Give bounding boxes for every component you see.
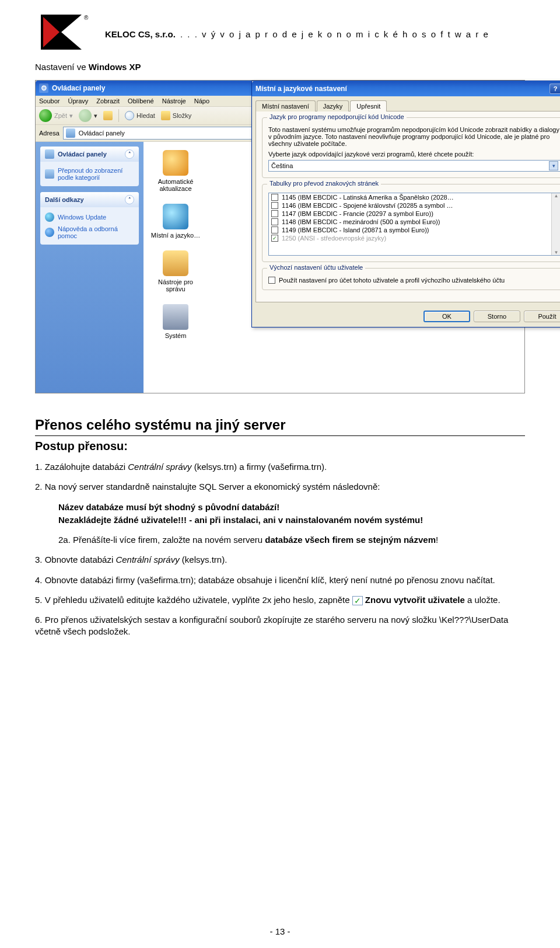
tab-languages[interactable]: Jazyky — [317, 100, 349, 111]
doc-step-4: 4. Obnovte databázi firmy (vašefirma.trn… — [35, 574, 525, 586]
doc-subheading: Postup přenosu: — [35, 440, 525, 453]
checkbox[interactable]: ✓ — [271, 235, 278, 242]
menu-item[interactable]: Zobrazit — [96, 97, 120, 104]
address-value: Ovládací panely — [79, 130, 125, 137]
screenshot: ⚙ Ovládací panely Soubor Úpravy Zobrazit… — [35, 80, 525, 393]
scrollbar[interactable]: ▲▼ — [551, 193, 560, 255]
ok-button[interactable]: OK — [424, 311, 470, 322]
globe-icon — [45, 212, 54, 222]
chevron-down-icon[interactable]: ▾ — [549, 161, 558, 170]
list-item[interactable]: 1145 (IBM EBCDIC - Latinská Amerika a Šp… — [269, 193, 560, 201]
chevron-up-icon[interactable]: ˄ — [125, 149, 134, 159]
menu-item[interactable]: Soubor — [39, 97, 60, 104]
page-header: ® KELOC CS, s.r.o. . . . v ý v o j a p r… — [35, 12, 525, 53]
category-icon — [163, 304, 188, 330]
document-body: Přenos celého systému na jiný server Pos… — [35, 417, 525, 638]
menu-item[interactable]: Oblíbené — [128, 97, 154, 104]
section-subtitle: Nastavení ve Windows XP — [35, 62, 525, 72]
doc-step-1: 1. Zazálohujte databázi Centrální správy… — [35, 461, 525, 473]
page-number: - 13 - — [0, 926, 560, 936]
menu-item[interactable]: Nástroje — [162, 97, 186, 104]
panel-head[interactable]: Ovládací panely ˄ — [40, 147, 139, 162]
forward-icon — [79, 109, 92, 122]
category-item[interactable]: Systém — [149, 304, 202, 339]
category-item[interactable]: Místní a jazyko… — [149, 204, 202, 239]
list-item[interactable]: 1147 (IBM EBCDIC - Francie (20297 a symb… — [269, 210, 560, 218]
tabs: Místní nastavení Jazyky Upřesnit — [252, 96, 560, 111]
checkbox[interactable] — [271, 210, 278, 217]
company-name: KELOC CS, s.r.o. — [105, 29, 176, 39]
folder-up-icon — [103, 111, 113, 120]
company-block: KELOC CS, s.r.o. . . . v ý v o j a p r o… — [105, 12, 525, 39]
category-icon — [163, 250, 188, 276]
group-desc: Toto nastavení systému umožňuje programů… — [268, 126, 560, 147]
company-tagline: . . . v ý v o j a p r o d e j e k o n o … — [180, 29, 489, 39]
search-button[interactable]: Hledat — [125, 111, 155, 120]
panel-head[interactable]: Další odkazy ˄ — [40, 192, 139, 207]
category-icon — [45, 169, 54, 179]
up-button[interactable] — [103, 111, 113, 120]
sidebar-panel-links: Další odkazy ˄ Windows Update Nápověda a… — [40, 192, 139, 245]
doc-heading: Přenos celého systému na jiný server — [35, 417, 525, 433]
apply-button[interactable]: Použít — [524, 311, 560, 322]
doc-indent: Nezakládejte žádné uživatele!!! - ani př… — [58, 514, 525, 526]
regional-settings-dialog: Místní a jazykové nastavení ? ✕ Místní n… — [251, 81, 560, 327]
search-icon — [125, 111, 134, 120]
logo: ® — [35, 12, 93, 53]
cp-icon — [66, 128, 75, 138]
list-item[interactable]: ✓1250 (ANSI - středoevropské jazyky) — [269, 234, 560, 242]
sidebar-link-help[interactable]: Nápověda a odborná pomoc — [45, 224, 134, 241]
cp-title: Ovládací panely — [52, 84, 105, 92]
checkbox[interactable] — [271, 194, 278, 201]
cancel-button[interactable]: Storno — [474, 311, 520, 322]
doc-step-3: 3. Obnovte databázi Centrální správy (ke… — [35, 554, 525, 566]
sidebar-panel-cp: Ovládací panely ˄ Přepnout do zobrazení … — [40, 147, 139, 186]
category-icon — [163, 150, 188, 176]
sidebar-link-wu[interactable]: Windows Update — [45, 211, 134, 224]
doc-step-2: 2. Na nový server standardně nainstalujt… — [35, 481, 525, 493]
rule — [35, 435, 525, 436]
doc-indent: 2a. Přenášíte-li více firem, založte na … — [58, 534, 525, 546]
checkbox[interactable] — [268, 277, 275, 284]
tab-advanced[interactable]: Upřesnit — [350, 100, 387, 111]
tab-body: Jazyk pro programy nepodporující kód Uni… — [256, 111, 560, 302]
dialog-buttons: OK Storno Použít — [252, 306, 560, 327]
dialog-titlebar: Místní a jazykové nastavení ? ✕ — [252, 81, 560, 96]
folders-button[interactable]: Složky — [161, 111, 191, 120]
list-item[interactable]: 1148 (IBM EBCDIC - mezinárodní (500 a sy… — [269, 218, 560, 226]
list-item[interactable]: 1146 (IBM EBCDIC - Spojené království (2… — [269, 201, 560, 210]
chevron-up-icon[interactable]: ˄ — [125, 195, 134, 204]
menu-item[interactable]: Nápo — [194, 97, 209, 104]
forward-button[interactable]: ▾ — [79, 109, 97, 122]
doc-step-5: 5. V přehledu uživatelů editujte každého… — [35, 594, 525, 606]
checkbox[interactable] — [271, 202, 278, 209]
category-item[interactable]: Nástroje pro správu — [149, 250, 202, 292]
cp-icon — [45, 149, 54, 159]
sidebar-link-switch-view[interactable]: Přepnout do zobrazení podle kategorií — [45, 165, 134, 183]
back-button[interactable]: Zpět ▾ — [39, 109, 73, 122]
doc-step-6: 6. Pro přenos uživatelských sestav a kon… — [35, 614, 525, 638]
menu-item[interactable]: Úpravy — [68, 97, 88, 104]
list-item[interactable]: 1149 (IBM EBCDIC - Island (20871 a symbo… — [269, 226, 560, 234]
cp-window-icon: ⚙ — [39, 83, 48, 93]
sidebar: Ovládací panely ˄ Přepnout do zobrazení … — [36, 142, 144, 393]
tab-regional[interactable]: Místní nastavení — [256, 100, 316, 111]
checkbox[interactable] — [271, 218, 278, 225]
category-icon — [163, 204, 188, 229]
checkbox[interactable] — [271, 226, 278, 233]
doc-indent: Název databáze musí být shodný s původní… — [58, 501, 525, 513]
folders-icon — [161, 111, 170, 120]
category-item[interactable]: Automatické aktualizace — [149, 150, 202, 192]
language-dropdown[interactable]: Čeština ▾ — [268, 160, 560, 172]
address-label: Adresa — [39, 130, 60, 137]
codepage-list[interactable]: 1145 (IBM EBCDIC - Latinská Amerika a Šp… — [268, 193, 560, 256]
group-unicode: Jazyk pro programy nepodporující kód Uni… — [262, 117, 560, 178]
help-icon — [45, 228, 54, 237]
svg-text:®: ® — [84, 15, 89, 21]
group-default-account: Výchozí nastavení účtu uživatele Použít … — [262, 268, 560, 290]
checkbox-icon — [352, 596, 363, 605]
apply-default-checkbox-row[interactable]: Použít nastavení pro účet tohoto uživate… — [268, 277, 560, 284]
group-desc2: Vyberte jazyk odpovídající jazykové verz… — [268, 151, 560, 158]
help-button[interactable]: ? — [550, 83, 560, 94]
back-icon — [39, 109, 52, 122]
